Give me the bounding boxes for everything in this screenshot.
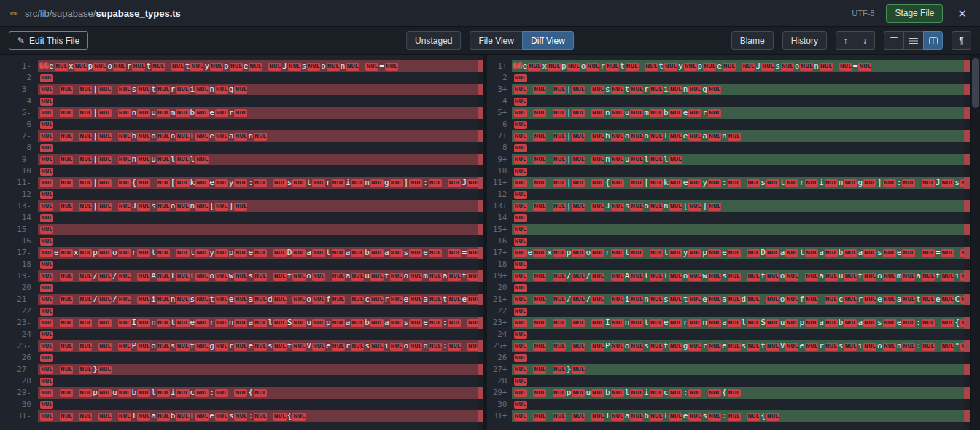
nul-control-char-badge: NUL <box>708 389 721 397</box>
tab-diff-view[interactable]: Diff View <box>522 31 574 50</box>
nul-control-char-badge: NUL <box>390 179 403 187</box>
diff-row: 4NUL <box>0 95 478 107</box>
nul-control-char-badge: NUL <box>137 203 150 211</box>
nul-control-char-badge: NUL <box>254 179 267 187</box>
nul-control-char-badge: NUL <box>645 63 658 71</box>
nul-control-char-badge: NUL <box>688 203 701 211</box>
line-content: NUL NUL NUL|NUL NULbNULoNULoNULlNULeNULa… <box>512 130 965 142</box>
line-content: NUL NUL NUL_NUL_NULINULnNULtNULeNULrNULn… <box>512 317 965 329</box>
nul-control-char-badge: NUL <box>254 319 267 327</box>
nul-control-char-badge: NUL <box>234 343 247 351</box>
nul-control-char-badge: NUL <box>40 331 53 339</box>
single-pane-view-button[interactable] <box>884 31 903 50</box>
whitespace-toggle-button[interactable]: ¶ <box>952 31 971 50</box>
line-number: 9+ <box>487 154 512 165</box>
ruler-mark <box>478 235 483 247</box>
nul-control-char-badge: NUL <box>137 413 150 421</box>
nul-control-char-badge: NUL <box>429 343 442 351</box>
nul-control-char-badge: NUL <box>533 273 546 281</box>
close-icon[interactable]: ✕ <box>954 7 970 20</box>
diff-row: 3+NUL NUL NUL|NUL NULsNULtNULrNULiNULnNU… <box>487 84 965 95</box>
nul-control-char-badge: NUL <box>157 413 170 421</box>
line-content: NUL NUL NUL NUL NULTNULaNULbNULlNULeNULs… <box>38 410 478 422</box>
nul-control-char-badge: NUL <box>805 249 818 257</box>
nul-control-char-badge: NUL <box>591 319 604 327</box>
line-content: NUL NUL NULpNULuNULbNULlNULiNULcNUL:NUL … <box>512 387 965 399</box>
nul-control-char-badge: NUL <box>215 133 228 141</box>
diff-area: 1-��eNULxNULpNULoNULrNULtNUL NULtNULyNUL… <box>0 55 980 430</box>
nul-control-char-badge: NUL <box>863 319 876 327</box>
line-number: 29- <box>0 387 38 399</box>
unified-view-button[interactable] <box>903 31 923 50</box>
nul-control-char-badge: NUL <box>785 343 798 351</box>
diff-row: 13+NUL NUL NUL|NUL NULJNULsNULoNULnNUL[N… <box>487 200 965 212</box>
nul-control-char-badge: NUL <box>825 319 838 327</box>
split-view-button[interactable] <box>923 31 943 50</box>
edit-file-button[interactable]: ✎ Edit This File <box>9 31 88 50</box>
nul-control-char-badge: NUL <box>785 319 798 327</box>
nul-control-char-badge: NUL <box>669 273 682 281</box>
vertical-scrollbar[interactable] <box>970 55 980 430</box>
nul-control-char-badge: NUL <box>157 156 170 164</box>
line-content: NUL <box>38 399 478 410</box>
nul-control-char-badge: NUL <box>533 249 546 257</box>
nul-control-char-badge: NUL <box>591 249 604 257</box>
nul-control-char-badge: NUL <box>254 389 267 397</box>
nul-control-char-badge: NUL <box>688 109 701 117</box>
unstaged-button[interactable]: Unstaged <box>406 31 461 50</box>
nul-control-char-badge: NUL <box>514 168 527 176</box>
next-change-button[interactable]: ↓ <box>855 31 875 50</box>
nul-control-char-badge: NUL <box>902 319 915 327</box>
nul-control-char-badge: NUL <box>572 413 585 421</box>
line-number: 21+ <box>487 294 512 305</box>
stage-file-button[interactable]: Stage File <box>886 4 943 23</box>
nul-control-char-badge: NUL <box>514 214 527 222</box>
line-content: NUL NUL NUL|NUL NULJNULsNULoNULnNUL[NUL]… <box>512 200 965 212</box>
nul-control-char-badge: NUL <box>312 179 325 187</box>
nul-control-char-badge: NUL <box>591 156 604 164</box>
line-number: 18 <box>0 259 38 270</box>
nul-control-char-badge: NUL <box>805 319 818 327</box>
line-number: 5+ <box>487 107 512 119</box>
nul-control-char-badge: NUL <box>820 63 833 71</box>
scrollbar-thumb[interactable] <box>972 58 979 108</box>
nul-control-char-badge: NUL <box>839 63 852 71</box>
nul-control-char-badge: NUL <box>650 296 663 304</box>
nul-control-char-badge: NUL <box>805 296 818 304</box>
line-content: NUL <box>512 95 965 107</box>
nul-control-char-badge: NUL <box>157 273 170 281</box>
line-number: 31+ <box>487 410 512 422</box>
nul-control-char-badge: NUL <box>572 109 585 117</box>
nul-control-char-badge: NUL <box>332 343 345 351</box>
history-button[interactable]: History <box>782 31 827 50</box>
nul-control-char-badge: NUL <box>98 273 112 281</box>
nul-control-char-badge: NUL <box>55 63 68 71</box>
line-content: NUL <box>512 282 965 294</box>
ruler-mark <box>478 119 483 130</box>
nul-control-char-badge: NUL <box>40 156 53 164</box>
nul-control-char-badge: NUL <box>215 109 228 117</box>
nul-control-char-badge: NUL <box>650 203 663 211</box>
diff-row: 27+NUL NUL NUL}NUL <box>487 364 965 375</box>
line-number: 8 <box>487 142 512 154</box>
nul-control-char-badge: NUL <box>40 109 53 117</box>
nul-control-char-badge: NUL <box>60 109 73 117</box>
nul-control-char-badge: NUL <box>176 319 189 327</box>
diff-row: 14NUL <box>0 212 478 224</box>
nul-control-char-badge: NUL <box>572 86 585 94</box>
nul-control-char-badge: NUL <box>234 389 247 397</box>
nul-control-char-badge: NUL <box>863 296 876 304</box>
nul-control-char-badge: NUL <box>669 203 682 211</box>
nul-control-char-badge: NUL <box>312 249 325 257</box>
nul-control-char-badge: NUL <box>448 319 461 327</box>
nul-control-char-badge: NUL <box>630 249 643 257</box>
ruler-mark <box>478 60 483 72</box>
nul-control-char-badge: NUL <box>60 366 73 374</box>
blame-button[interactable]: Blame <box>731 31 774 50</box>
nul-control-char-badge: NUL <box>79 389 92 397</box>
line-content: NUL <box>512 189 965 200</box>
prev-change-button[interactable]: ↑ <box>836 31 855 50</box>
line-number: 15+ <box>487 224 512 235</box>
tab-file-view[interactable]: File View <box>470 31 521 50</box>
nul-control-char-badge: NUL <box>60 273 73 281</box>
